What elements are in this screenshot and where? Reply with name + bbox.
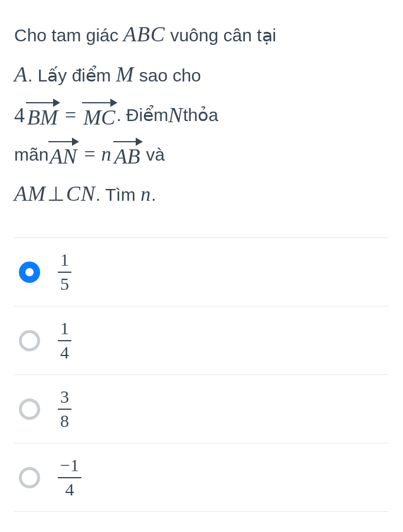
question-segment: . Lấy điểm [28, 66, 116, 85]
answer-option-4[interactable]: −1 4 [14, 443, 389, 512]
math-var-am: AM [14, 182, 46, 205]
math-coef-4: 4 [14, 95, 25, 135]
math-var-n-coef: n [101, 135, 112, 174]
answer-option-1[interactable]: 1 5 [14, 237, 389, 306]
perpendicular-symbol: ⊥ [46, 183, 66, 205]
radio-unselected-icon[interactable] [19, 467, 40, 488]
vector-an: AN [48, 141, 78, 167]
fraction-denominator: 4 [58, 340, 71, 363]
question-segment: . Tìm [96, 185, 140, 204]
fraction: 1 4 [58, 318, 71, 363]
fraction-numerator: 1 [58, 318, 71, 340]
answer-options: 1 5 1 4 3 8 −1 4 [14, 237, 389, 512]
equals-sign: = [78, 135, 101, 174]
radio-unselected-icon[interactable] [19, 330, 40, 351]
vector-arrow-icon [26, 102, 59, 103]
question-segment: vuông cân tại [170, 25, 276, 45]
math-var-abc: ABC [123, 22, 165, 46]
vector-arrow-icon [48, 141, 78, 142]
question-segment: . Điểm [116, 98, 168, 132]
math-var-cn: CN [66, 182, 96, 205]
fraction-denominator: 4 [58, 477, 81, 500]
answer-option-3[interactable]: 3 8 [14, 374, 389, 443]
math-var-n-upper: N [168, 95, 183, 135]
fraction-denominator: 5 [58, 272, 71, 295]
vector-bm: BM [26, 102, 59, 128]
vector-arrow-icon [113, 141, 142, 142]
question-segment: . [151, 185, 156, 204]
fraction-numerator: −1 [58, 455, 81, 477]
math-var-n: n [140, 183, 151, 205]
radio-selected-icon[interactable] [19, 262, 40, 283]
question-segment: Cho tam giác [14, 25, 123, 45]
question-segment: thỏa [183, 98, 218, 132]
question-segment: và [146, 138, 165, 171]
fraction: 1 5 [58, 250, 71, 294]
answer-option-2[interactable]: 1 4 [14, 306, 389, 374]
vector-mc: MC [82, 102, 116, 128]
fraction: 3 8 [58, 387, 71, 431]
fraction-denominator: 8 [58, 409, 71, 432]
equals-sign: = [59, 96, 82, 135]
radio-unselected-icon[interactable] [19, 399, 40, 420]
question-segment: sao cho [134, 66, 201, 85]
math-var-m: M [116, 63, 134, 86]
fraction-numerator: 1 [58, 250, 71, 272]
question-segment: mãn [14, 138, 48, 171]
fraction-numerator: 3 [58, 387, 71, 409]
vector-ab: AB [113, 141, 142, 167]
vector-arrow-icon [82, 102, 116, 103]
fraction: −1 4 [58, 455, 81, 500]
math-var-a: A [14, 63, 28, 86]
question-text: Cho tam giác ABC vuông cân tại A. Lấy đi… [14, 14, 389, 214]
